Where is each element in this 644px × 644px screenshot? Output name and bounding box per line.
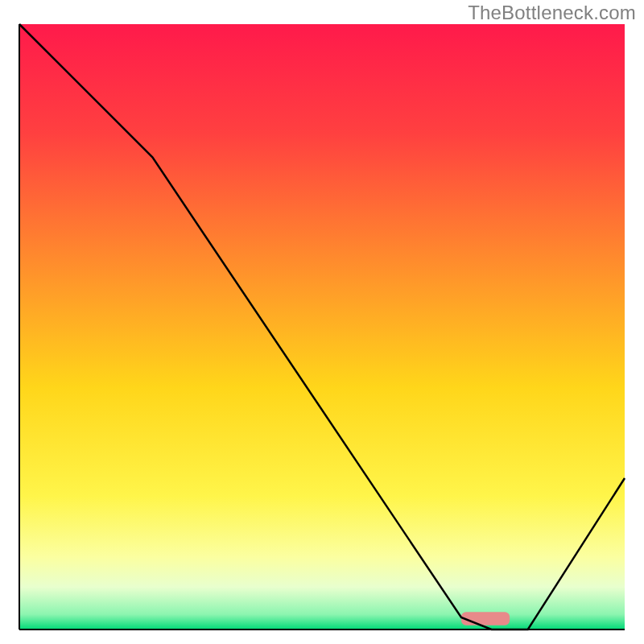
chart-wrapper: { "watermark": "TheBottleneck.com", "cha… [0, 0, 644, 644]
bottleneck-chart [0, 0, 644, 644]
watermark-text: TheBottleneck.com [468, 2, 636, 24]
sweet-spot-marker [461, 612, 510, 625]
